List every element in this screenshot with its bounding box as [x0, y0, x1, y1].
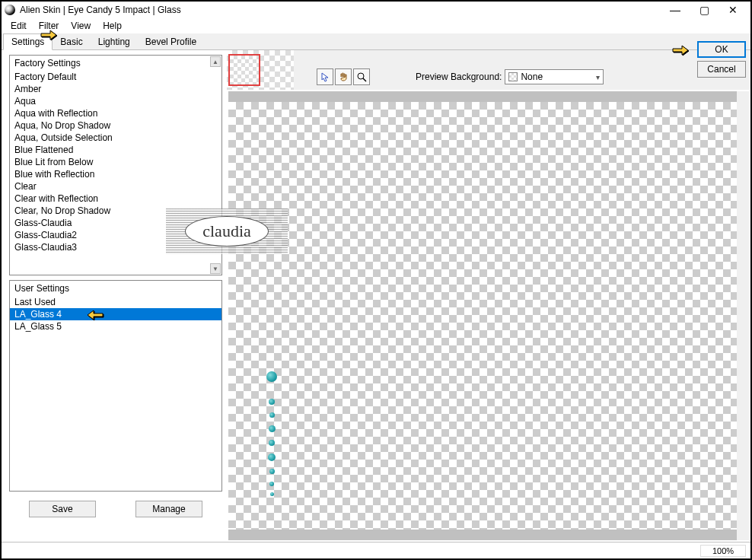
close-button[interactable]: ✕	[719, 2, 747, 18]
ok-button[interactable]: OK	[697, 41, 746, 58]
transparency-swatch-icon	[508, 72, 518, 81]
list-item[interactable]: Clear with Reflection	[10, 192, 221, 205]
list-item[interactable]: Glass-Claudia3	[10, 241, 221, 253]
tab-lighting[interactable]: Lighting	[91, 34, 138, 49]
list-item[interactable]: Aqua, No Drop Shadow	[10, 119, 221, 132]
vertical-scrollbar[interactable]	[737, 91, 749, 540]
thumbnail-strip	[227, 50, 294, 90]
zoom-tool-icon[interactable]	[353, 68, 370, 85]
svg-point-0	[358, 73, 364, 79]
status-bar: 100%	[2, 542, 750, 558]
tab-settings[interactable]: Settings	[3, 33, 53, 50]
manage-button[interactable]: Manage	[135, 501, 202, 517]
app-window: Alien Skin | Eye Candy 5 Impact | Glass …	[0, 0, 752, 560]
list-item[interactable]: Glass-Claudia	[10, 217, 221, 229]
selection-thumbnail[interactable]	[228, 54, 260, 86]
list-item[interactable]: Blue Flattened	[10, 144, 221, 156]
list-item[interactable]: Glass-Claudia2	[10, 229, 221, 241]
list-item[interactable]: Aqua with Reflection	[10, 107, 221, 119]
preview-bg-select[interactable]: None	[505, 69, 604, 84]
list-item[interactable]: LA_Glass 4	[10, 308, 221, 320]
user-settings-header: User Settings	[10, 281, 221, 296]
scroll-up-icon[interactable]: ▲	[210, 56, 221, 67]
main-area: Factory Settings Factory Default Amber A…	[2, 50, 750, 542]
preview-area[interactable]	[228, 91, 749, 540]
preview-panel: Preview Background: None OK Cancel	[227, 50, 750, 542]
ok-cancel-group: OK Cancel	[697, 41, 746, 78]
menu-filter[interactable]: Filter	[33, 19, 65, 33]
zoom-level: 100%	[700, 545, 746, 557]
app-icon	[5, 5, 15, 15]
list-item[interactable]: Amber	[10, 83, 221, 95]
preview-bg-label: Preview Background:	[416, 72, 502, 82]
minimize-button[interactable]: —	[661, 2, 690, 18]
list-item[interactable]: Factory Default	[10, 71, 221, 83]
preview-toolbar: Preview Background: None OK Cancel	[227, 50, 750, 90]
cancel-button[interactable]: Cancel	[697, 61, 746, 78]
list-item[interactable]: Last Used	[10, 296, 221, 308]
list-item[interactable]: Blue Lit from Below	[10, 156, 221, 168]
menu-view[interactable]: View	[65, 19, 97, 33]
list-item[interactable]: Blue with Reflection	[10, 168, 221, 180]
menu-bar: Edit Filter View Help	[2, 18, 750, 33]
window-controls: — ▢ ✕	[661, 2, 747, 18]
factory-settings-header: Factory Settings	[10, 56, 221, 71]
user-settings-list[interactable]: User Settings Last Used LA_Glass 4 LA_Gl…	[9, 280, 222, 492]
list-item[interactable]: Clear, No Drop Shadow	[10, 205, 221, 217]
hand-tool-icon[interactable]	[335, 68, 352, 85]
tab-bevel-profile[interactable]: Bevel Profile	[138, 34, 204, 49]
preview-bg-value: None	[521, 72, 543, 82]
list-item[interactable]: LA_Glass 5	[10, 320, 221, 332]
save-bar: Save Manage	[9, 496, 222, 525]
list-item[interactable]: Clear	[10, 180, 221, 192]
pointer-tool-icon[interactable]	[317, 68, 333, 85]
maximize-button[interactable]: ▢	[690, 2, 719, 18]
tab-basic[interactable]: Basic	[53, 34, 90, 49]
scroll-track-bottom	[228, 530, 737, 540]
settings-panel: Factory Settings Factory Default Amber A…	[2, 50, 227, 542]
factory-settings-list[interactable]: Factory Settings Factory Default Amber A…	[9, 55, 222, 275]
menu-help[interactable]: Help	[97, 19, 128, 33]
list-item[interactable]: Aqua	[10, 95, 221, 107]
tab-bar: Settings Basic Lighting Bevel Profile	[2, 33, 750, 50]
window-title: Alien Skin | Eye Candy 5 Impact | Glass	[20, 5, 661, 15]
preview-canvas[interactable]	[228, 102, 737, 530]
title-bar: Alien Skin | Eye Candy 5 Impact | Glass …	[2, 2, 750, 18]
menu-edit[interactable]: Edit	[5, 19, 33, 33]
svg-line-1	[363, 78, 366, 81]
save-button[interactable]: Save	[29, 501, 96, 517]
list-item[interactable]: Aqua, Outside Selection	[10, 132, 221, 144]
tool-icons	[317, 68, 370, 85]
scroll-track-top	[228, 91, 737, 102]
scroll-down-icon[interactable]: ▼	[210, 263, 221, 274]
